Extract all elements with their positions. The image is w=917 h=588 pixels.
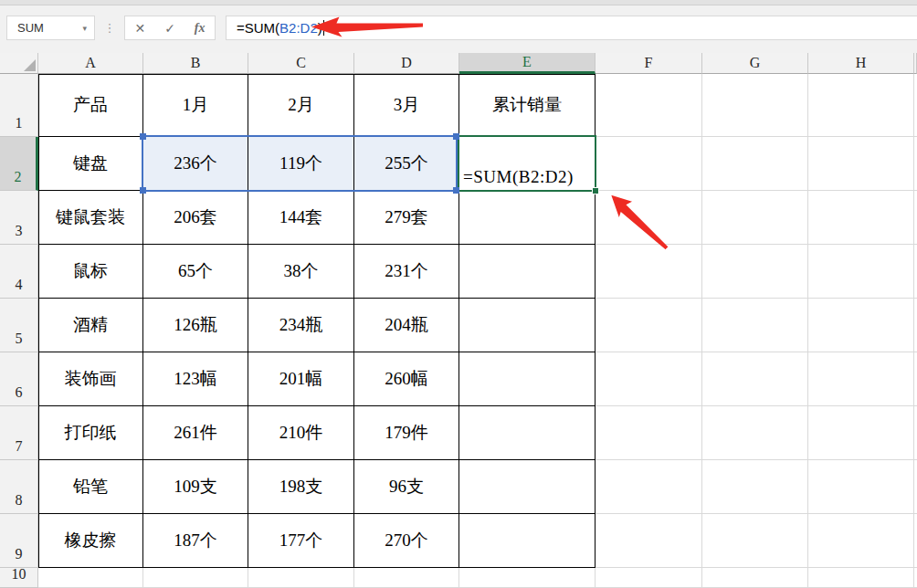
active-cell-E2[interactable]: =SUM(B2:D2) [458,135,596,192]
row-header-2[interactable]: 2 [0,137,38,191]
cell-D10[interactable] [354,568,459,588]
cell-F1[interactable] [596,74,702,137]
cell-G1[interactable] [702,74,808,137]
cell-A3[interactable]: 键鼠套装 [38,191,143,245]
cell-F4[interactable] [596,245,702,299]
cell-H2[interactable] [808,137,914,191]
cell-D6[interactable]: 260幅 [354,352,459,406]
cell-G5[interactable] [702,299,808,352]
cell-C8[interactable]: 198支 [248,460,354,514]
cell-D2[interactable]: 255个 [354,137,459,191]
cell-H7[interactable] [808,406,914,460]
cell-B10[interactable] [143,568,248,588]
insert-function-icon[interactable]: fx [195,22,206,35]
cell-B5[interactable]: 126瓶 [143,299,248,352]
column-header-C[interactable]: C [248,53,354,74]
row-header-1[interactable]: 1 [0,74,38,137]
cell-H5[interactable] [808,299,914,352]
cell-A1[interactable]: 产品 [38,74,143,137]
row-header-10[interactable]: 10 [0,568,38,588]
cell-F2[interactable] [596,137,702,191]
cancel-icon[interactable]: ✕ [134,22,145,35]
cell-E4[interactable] [459,245,596,299]
column-header-E[interactable]: E [459,53,596,74]
cell-H8[interactable] [808,460,914,514]
cell-E6[interactable] [459,352,596,406]
cell-D9[interactable]: 270个 [354,514,459,568]
cell-C6[interactable]: 201幅 [248,352,354,406]
cell-C4[interactable]: 38个 [248,245,354,299]
cell-A9[interactable]: 橡皮擦 [38,514,143,568]
row-header-5[interactable]: 5 [0,299,38,352]
cell-C3[interactable]: 144套 [248,191,354,245]
cell-A10[interactable] [38,568,143,588]
cell-D8[interactable]: 96支 [354,460,459,514]
cell-G7[interactable] [702,406,808,460]
cell-C5[interactable]: 234瓶 [248,299,354,352]
cell-E10[interactable] [459,568,596,588]
column-header-D[interactable]: D [354,53,459,74]
cell-B4[interactable]: 65个 [143,245,248,299]
cell-G2[interactable] [702,137,808,191]
cell-H1[interactable] [808,74,914,137]
cell-C2[interactable]: 119个 [248,137,354,191]
cell-G10[interactable] [702,568,808,588]
cell-G4[interactable] [702,245,808,299]
cell-B7[interactable]: 261件 [143,406,248,460]
cell-E9[interactable] [459,514,596,568]
cell-F5[interactable] [596,299,702,352]
cell-B2[interactable]: 236个 [143,137,248,191]
cell-H4[interactable] [808,245,914,299]
cell-H10[interactable] [808,568,914,588]
row-header-9[interactable]: 9 [0,514,38,568]
fill-handle[interactable] [592,187,599,194]
row-header-8[interactable]: 8 [0,460,38,514]
cell-H9[interactable] [808,514,914,568]
cell-D1[interactable]: 3月 [354,74,459,137]
column-header-B[interactable]: B [143,53,248,74]
cell-C9[interactable]: 177个 [248,514,354,568]
cell-H6[interactable] [808,352,914,406]
cell-E5[interactable] [459,299,596,352]
cell-F7[interactable] [596,406,702,460]
cell-D4[interactable]: 231个 [354,245,459,299]
select-all-button[interactable] [0,53,38,74]
cell-B3[interactable]: 206套 [143,191,248,245]
cell-B6[interactable]: 123幅 [143,352,248,406]
row-header-3[interactable]: 3 [0,191,38,245]
enter-icon[interactable]: ✓ [164,22,175,35]
cell-G3[interactable] [702,191,808,245]
cell-F3[interactable] [596,191,702,245]
cell-F8[interactable] [596,460,702,514]
cell-A5[interactable]: 酒精 [38,299,143,352]
cell-D3[interactable]: 279套 [354,191,459,245]
cell-A7[interactable]: 打印纸 [38,406,143,460]
cell-C1[interactable]: 2月 [248,74,354,137]
cell-B1[interactable]: 1月 [143,74,248,137]
cell-A8[interactable]: 铅笔 [38,460,143,514]
cell-C7[interactable]: 210件 [248,406,354,460]
cell-E1[interactable]: 累计销量 [459,74,596,137]
row-header-6[interactable]: 6 [0,352,38,406]
cell-E8[interactable] [459,460,596,514]
row-header-7[interactable]: 7 [0,406,38,460]
cell-B8[interactable]: 109支 [143,460,248,514]
formula-bar-input[interactable]: =SUM(B2:D2) [226,16,917,40]
cell-F10[interactable] [596,568,702,588]
cell-E3[interactable] [459,191,596,245]
cell-G6[interactable] [702,352,808,406]
cell-C10[interactable] [248,568,354,588]
name-box-dropdown-icon[interactable]: ▾ [82,24,94,33]
cell-E7[interactable] [459,406,596,460]
column-header-G[interactable]: G [702,53,808,74]
cell-F9[interactable] [596,514,702,568]
column-header-A[interactable]: A [38,53,143,74]
cell-A4[interactable]: 鼠标 [38,245,143,299]
cell-G9[interactable] [702,514,808,568]
cell-D7[interactable]: 179件 [354,406,459,460]
column-header-H[interactable]: H [808,53,914,74]
name-box[interactable]: SUM ▾ [6,16,95,40]
cell-B9[interactable]: 187个 [143,514,248,568]
cell-H3[interactable] [808,191,914,245]
cell-A2[interactable]: 键盘 [38,137,143,191]
